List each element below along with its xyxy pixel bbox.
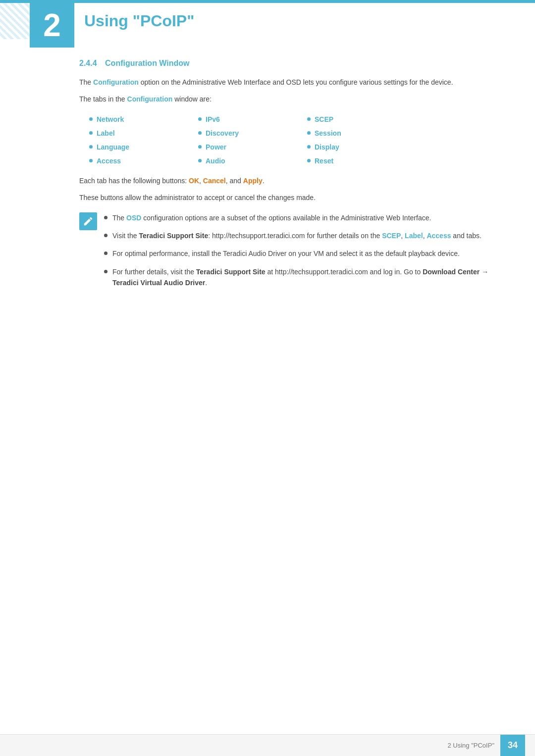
bullet-session xyxy=(307,131,311,135)
page-footer: 2 Using "PCoIP" 34 xyxy=(0,734,535,756)
tab-item-ipv6: IPv6 xyxy=(198,114,307,125)
note-item-2: Visit the Teradici Support Site: http://… xyxy=(104,230,495,241)
tab-item-language: Language xyxy=(89,142,198,152)
note-icon xyxy=(79,212,97,230)
osd-label: OSD xyxy=(126,214,141,222)
chapter-badge: 2 xyxy=(30,3,74,48)
tab-item-scep: SCEP xyxy=(307,114,416,125)
note-item-3: For optimal performance, install the Ter… xyxy=(104,248,495,259)
notes-section: The OSD configuration options are a subs… xyxy=(79,212,495,296)
buttons-pre: Each tab has the following buttons: xyxy=(79,177,189,185)
pencil-icon xyxy=(83,216,94,227)
tab-label-network: Network xyxy=(97,115,124,123)
tab-label-language: Language xyxy=(97,143,129,151)
intro-paragraph-1: The Configuration option on the Administ… xyxy=(79,77,495,88)
tab-item-display: Display xyxy=(307,142,416,152)
access-link: Access xyxy=(427,232,451,240)
tab-item-discovery: Discovery xyxy=(198,128,307,139)
bullet-access xyxy=(89,159,93,162)
bullet-audio xyxy=(198,159,202,162)
tab-label-discovery: Discovery xyxy=(206,129,239,137)
note-item-4: For further details, visit the Teradici … xyxy=(104,266,495,289)
download-center-label: Download Center → Teradici Virtual Audio… xyxy=(112,268,488,287)
intro-p1-post: option on the Administrative Web Interfa… xyxy=(139,78,453,86)
bullet-scep xyxy=(307,117,311,121)
tab-item-access: Access xyxy=(89,155,198,166)
intro-p2-bold: Configuration xyxy=(127,95,173,103)
tab-label-reset: Reset xyxy=(315,157,333,165)
cancel-label: Cancel xyxy=(203,177,226,185)
notes-list: The OSD configuration options are a subs… xyxy=(104,212,495,296)
note-text-2: Visit the Teradici Support Site: http://… xyxy=(112,230,495,241)
note-bullet-3 xyxy=(104,252,107,255)
section-title: Configuration Window xyxy=(105,59,189,67)
scep-link: SCEP xyxy=(382,232,401,240)
bullet-network xyxy=(89,117,93,121)
teradici-support-label-2: Teradici Support Site xyxy=(196,268,266,276)
bullet-power xyxy=(198,145,202,149)
tab-label-ipv6: IPv6 xyxy=(206,115,220,123)
intro-p2-pre: The tabs in the xyxy=(79,95,127,103)
intro-p2-post: window are: xyxy=(172,95,212,103)
comma2: , and xyxy=(226,177,243,185)
chapter-title: Using "PCoIP" xyxy=(79,2,194,30)
note-bullet-4 xyxy=(104,270,107,273)
bullet-reset xyxy=(307,159,311,162)
bullet-ipv6 xyxy=(198,117,202,121)
page-header: 2 Using "PCoIP" xyxy=(0,0,535,39)
buttons-line: Each tab has the following buttons: OK, … xyxy=(79,175,495,186)
tab-item-label: Label xyxy=(89,128,198,139)
bullet-display xyxy=(307,145,311,149)
note-text-1: The OSD configuration options are a subs… xyxy=(112,212,495,223)
comma1: , xyxy=(199,177,203,185)
section-number: 2.4.4 xyxy=(79,59,97,67)
tab-label-access: Access xyxy=(97,157,121,165)
bullet-discovery xyxy=(198,131,202,135)
footer-text: 2 Using "PCoIP" xyxy=(448,742,495,749)
teradici-support-label-1: Teradici Support Site xyxy=(139,232,208,240)
apply-label: Apply xyxy=(243,177,263,185)
tab-item-audio: Audio xyxy=(198,155,307,166)
tab-label-audio: Audio xyxy=(206,157,225,165)
footer-page-number: 34 xyxy=(500,735,525,756)
note-text-4: For further details, visit the Teradici … xyxy=(112,266,495,289)
main-content: 2.4.4 Configuration Window The Configura… xyxy=(0,44,535,315)
tabs-grid: Network IPv6 SCEP Label Discovery Sessio… xyxy=(89,114,495,166)
note-text-3: For optimal performance, install the Ter… xyxy=(112,248,495,259)
bullet-language xyxy=(89,145,93,149)
chapter-number: 2 xyxy=(43,9,61,41)
label-link: Label xyxy=(405,232,423,240)
tab-label-power: Power xyxy=(206,143,226,151)
tab-item-power: Power xyxy=(198,142,307,152)
note-bullet-2 xyxy=(104,234,107,237)
bullet-label xyxy=(89,131,93,135)
accept-line: These buttons allow the administrator to… xyxy=(79,192,495,203)
section-heading: 2.4.4 Configuration Window xyxy=(79,59,495,68)
note-item-1: The OSD configuration options are a subs… xyxy=(104,212,495,223)
tab-item-network: Network xyxy=(89,114,198,125)
header-pattern xyxy=(0,3,32,39)
tab-item-session: Session xyxy=(307,128,416,139)
intro-p1-bold: Configuration xyxy=(93,78,139,86)
tab-label-session: Session xyxy=(315,129,341,137)
note-bullet-1 xyxy=(104,216,107,219)
intro-paragraph-2: The tabs in the Configuration window are… xyxy=(79,94,495,104)
tab-label-label: Label xyxy=(97,129,115,137)
intro-p1-pre: The xyxy=(79,78,93,86)
tab-item-reset: Reset xyxy=(307,155,416,166)
tab-label-scep: SCEP xyxy=(315,115,333,123)
tab-label-display: Display xyxy=(315,143,339,151)
ok-label: OK xyxy=(189,177,199,185)
